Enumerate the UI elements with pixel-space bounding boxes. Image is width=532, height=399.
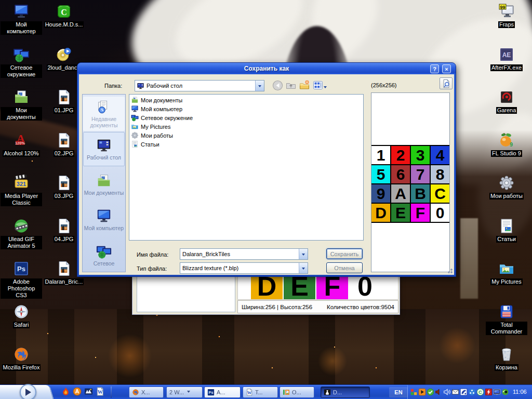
- tray-flash[interactable]: [485, 388, 493, 396]
- tray-bitcomet[interactable]: C: [476, 388, 484, 396]
- desktop-icon-mpc[interactable]: 321Media Player Classic: [0, 174, 43, 206]
- taskbar-button-3[interactable]: WT...: [243, 387, 278, 398]
- dialog-titlebar[interactable]: Сохранить как ? ×: [77, 63, 456, 74]
- computer-icon: [96, 208, 112, 224]
- place-item-4[interactable]: Сетевое: [83, 238, 125, 272]
- place-item-2[interactable]: Мои документы: [83, 167, 125, 202]
- flstudio-icon: 9: [498, 132, 515, 149]
- file-item[interactable]: My Pictures: [129, 122, 363, 131]
- quicklaunch-avira-a[interactable]: A: [73, 387, 82, 396]
- back-button[interactable]: [272, 79, 283, 91]
- places-bar: Недавние документыРабочий столМои докуме…: [82, 94, 126, 272]
- file-item[interactable]: Статьи: [129, 140, 363, 149]
- network-icon: [131, 114, 139, 122]
- resize-grip[interactable]: [446, 267, 453, 274]
- filename-combobox[interactable]: [180, 248, 308, 260]
- quicklaunch-word[interactable]: W: [96, 387, 104, 396]
- desktop-icon-article[interactable]: Статьи: [485, 217, 528, 243]
- blue-orb-icon: [468, 388, 476, 396]
- desktop-icon-afterfx[interactable]: AEAfterFX.exe: [485, 46, 528, 71]
- quicklaunch-flame[interactable]: [61, 387, 70, 396]
- close-button[interactable]: ×: [442, 64, 451, 73]
- tray-phone[interactable]: [460, 388, 468, 396]
- tray-media-play[interactable]: [418, 388, 426, 396]
- place-item-3[interactable]: Мой компьютер: [83, 203, 125, 237]
- desktop-icon-alcohol[interactable]: A120%Alcohol 120%: [0, 131, 43, 157]
- filetype-dropdown-arrow[interactable]: [299, 263, 308, 273]
- desktop-icon-computer[interactable]: Мой компьютер: [0, 3, 43, 35]
- desktop-icon-ulead[interactable]: Ulead GIF Animator 5: [0, 217, 43, 249]
- views-icon: [313, 80, 323, 90]
- torrent-icon: C: [56, 3, 72, 20]
- preview-button[interactable]: [440, 77, 453, 89]
- taskbar-button-2[interactable]: PsA...: [204, 387, 241, 398]
- views-button[interactable]: [312, 79, 324, 91]
- media-info-icon: [84, 387, 93, 396]
- file-item[interactable]: Мои работы: [129, 131, 363, 140]
- folder-dropdown-arrow[interactable]: [255, 81, 264, 91]
- taskbar-button-0[interactable]: X...: [129, 387, 164, 398]
- desktop-icon-mydocs[interactable]: Мои документы: [0, 88, 43, 121]
- flash-icon: [485, 388, 493, 396]
- desktop-icon-firefox[interactable]: Mozilla Firefox: [0, 345, 43, 371]
- place-item-1[interactable]: Рабочий стол: [83, 132, 125, 166]
- flame-icon: [61, 387, 70, 396]
- jpg-icon: [56, 89, 72, 105]
- tray-nvidia[interactable]: [501, 388, 509, 396]
- views-caret-icon[interactable]: [324, 86, 327, 90]
- filetype-value: Blizzard texture (*.blp): [180, 265, 299, 271]
- taskbar: AW X...2 W...PsA...WT...O...D... EN C 11…: [0, 384, 532, 399]
- place-item-0[interactable]: Недавние документы: [83, 97, 125, 131]
- filename-input[interactable]: [180, 249, 299, 259]
- article-icon: [498, 218, 515, 234]
- language-indicator[interactable]: EN: [389, 387, 408, 397]
- tray-blue-orb[interactable]: [468, 388, 476, 396]
- jpg-icon: [56, 132, 72, 149]
- up-folder-icon: [286, 80, 296, 90]
- filename-label: Имя файла:: [137, 251, 168, 258]
- file-item[interactable]: Мой компьютер: [129, 104, 363, 113]
- cancel-button[interactable]: Отмена: [326, 262, 363, 273]
- back-icon: [272, 80, 283, 91]
- desktop-icon-recycle[interactable]: Корзина: [485, 345, 528, 371]
- taskbar-button-4[interactable]: O...: [280, 387, 314, 398]
- desktop-icon-mypictures[interactable]: My Pictures: [485, 260, 528, 285]
- desktop-icon-safari[interactable]: Safari: [0, 303, 43, 328]
- desktop-icon-flstudio[interactable]: 9FL Studio 9: [485, 131, 528, 157]
- quick-launch: AW: [61, 387, 104, 396]
- start-button[interactable]: [20, 384, 36, 399]
- desktop-icon-network[interactable]: Сетевое окружение: [0, 46, 43, 78]
- filetype-combobox[interactable]: Blizzard texture (*.blp): [180, 262, 308, 274]
- folder-combobox[interactable]: Рабочий стол: [135, 80, 264, 91]
- new-folder-button[interactable]: [299, 79, 310, 91]
- quicklaunch-media-info[interactable]: [84, 387, 93, 396]
- desktop-icon-totalcmd[interactable]: Total Commander: [485, 303, 528, 335]
- desktop-icon-column-left1: Мой компьютерСетевое окружениеМои докуме…: [0, 0, 43, 383]
- tray-volume[interactable]: [443, 388, 451, 396]
- file-item[interactable]: Сетевое окружение: [129, 113, 363, 122]
- file-item[interactable]: Мои документы: [129, 96, 363, 104]
- desktop-icon-garena[interactable]: Garena: [485, 88, 528, 114]
- volume-muted-icon: [435, 388, 443, 396]
- taskbar-button-1[interactable]: 2 W...: [166, 387, 203, 398]
- help-button[interactable]: ?: [430, 64, 439, 73]
- desktop-icon-gear[interactable]: Мои работы: [485, 174, 528, 200]
- tray-antivirus-check[interactable]: [427, 388, 434, 396]
- tray-display[interactable]: [493, 388, 501, 396]
- preview-cell: 5: [371, 165, 390, 183]
- up-folder-button[interactable]: [285, 79, 297, 91]
- tray-volume-muted[interactable]: [435, 388, 443, 396]
- save-button[interactable]: Сохранить: [326, 248, 363, 259]
- desktop-icon-fraps[interactable]: 99Fraps: [485, 3, 528, 28]
- tray-mail[interactable]: [451, 388, 459, 396]
- preview-cell: 7: [411, 165, 430, 183]
- desktop-icon-photoshop[interactable]: PsAdobe Photoshop CS3: [0, 260, 43, 299]
- file-list[interactable]: Мои документыМой компьютерСетевое окруже…: [129, 94, 364, 241]
- viewer-status-bar: Ширина:256 | Высота:256 Количество цвето…: [237, 300, 398, 313]
- desktop-icon-torrent[interactable]: CHouse.M.D.s...: [43, 3, 85, 28]
- taskbar-button-5[interactable]: D...: [321, 387, 370, 398]
- tray-app-grid[interactable]: [410, 388, 418, 396]
- app-grid-icon: [410, 388, 418, 396]
- filename-dropdown-arrow[interactable]: [299, 249, 308, 259]
- folder-value: Рабочий стол: [144, 83, 255, 89]
